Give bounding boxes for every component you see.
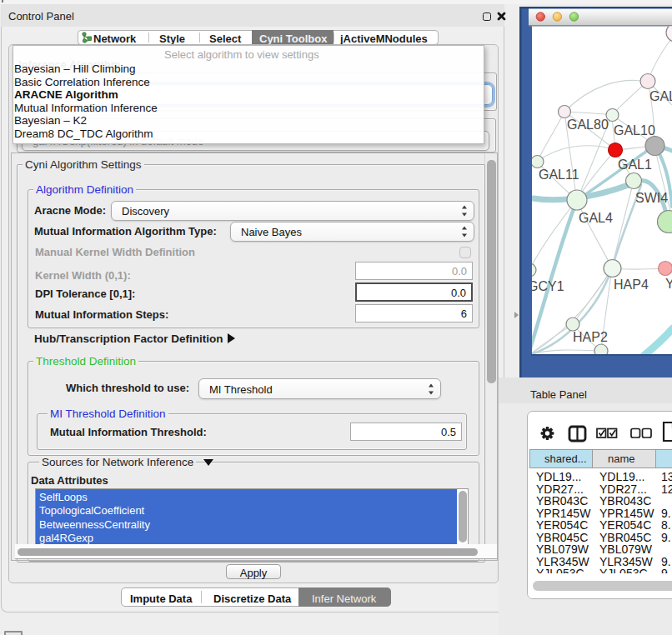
svg-text:HAP4: HAP4: [614, 278, 649, 292]
svg-text:HAP2: HAP2: [573, 330, 608, 344]
svg-text:GCY1: GCY1: [528, 279, 564, 293]
svg-text:Y: Y: [665, 277, 672, 291]
svg-text:GAL7: GAL7: [649, 89, 672, 103]
svg-text:GAL1: GAL1: [618, 158, 652, 172]
svg-text:GAL11: GAL11: [539, 168, 579, 182]
svg-text:GAL80: GAL80: [567, 118, 609, 132]
svg-text:SWI4: SWI4: [635, 191, 668, 205]
svg-text:GAL4: GAL4: [579, 211, 613, 225]
svg-text:GAL10: GAL10: [614, 123, 655, 138]
